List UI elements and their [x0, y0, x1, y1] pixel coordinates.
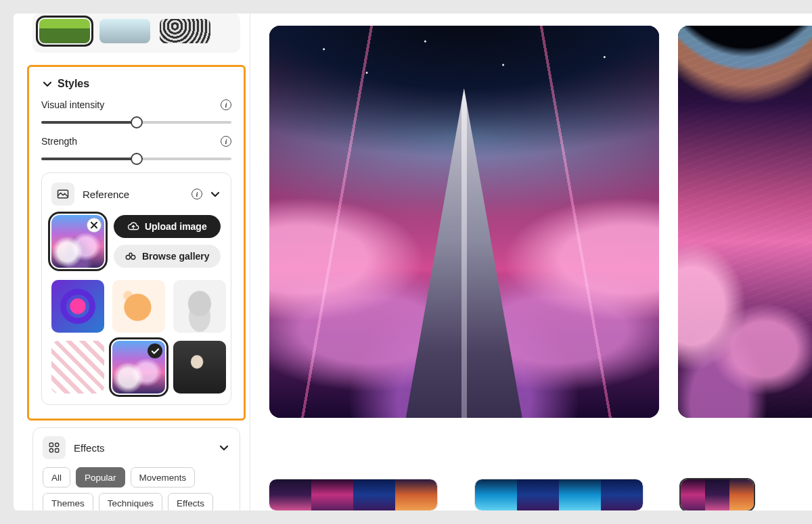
reference-icon: [51, 183, 74, 206]
sidebar: Styles Visual intensity i: [14, 14, 250, 510]
strength-slider[interactable]: [41, 158, 231, 160]
browse-gallery-button[interactable]: Browse gallery: [114, 245, 221, 268]
visual-intensity-thumb[interactable]: [131, 116, 143, 128]
effects-icon: [43, 436, 66, 459]
styles-header[interactable]: Styles: [41, 78, 231, 90]
remove-reference-button[interactable]: [87, 218, 102, 233]
variant-strip: [269, 470, 812, 510]
chevron-down-icon[interactable]: [218, 442, 230, 454]
svg-rect-4: [55, 449, 59, 452]
results-area: [250, 14, 812, 510]
effects-header[interactable]: Effects: [43, 436, 230, 459]
reference-thumb[interactable]: [173, 280, 226, 333]
styles-title: Styles: [58, 78, 89, 90]
visual-intensity-label: Visual intensity: [41, 99, 104, 110]
chevron-down-icon[interactable]: [209, 188, 221, 200]
effects-chip-all[interactable]: All: [43, 467, 70, 487]
strength-label: Strength: [41, 136, 77, 147]
effects-chip-popular[interactable]: Popular: [76, 467, 125, 487]
visual-intensity-fill: [41, 121, 137, 124]
binoculars-icon: [125, 250, 137, 262]
chevron-down-icon: [41, 78, 53, 90]
strength-block: Strength i: [41, 136, 231, 160]
effects-chip-themes[interactable]: Themes: [43, 493, 93, 510]
info-icon[interactable]: i: [221, 136, 231, 147]
svg-point-1: [126, 256, 130, 260]
reference-thumb[interactable]: [112, 280, 165, 333]
browse-gallery-label: Browse gallery: [142, 251, 210, 262]
info-icon[interactable]: i: [191, 189, 202, 199]
upload-image-button[interactable]: Upload image: [114, 215, 221, 238]
effects-chip-row: All Popular Movements Themes Techniques …: [43, 467, 230, 510]
visual-intensity-block: Visual intensity i: [41, 99, 231, 124]
reference-gallery-grid: [51, 280, 221, 394]
aspect-presets-card: [32, 14, 240, 53]
variant-set-1[interactable]: [269, 479, 437, 510]
effects-chip-movements[interactable]: Movements: [131, 467, 196, 487]
reference-thumb[interactable]: [51, 280, 104, 333]
preset-thumb-1[interactable]: [39, 19, 90, 43]
result-image-2[interactable]: [678, 26, 812, 418]
svg-rect-3: [49, 443, 53, 446]
preset-thumb-3[interactable]: [160, 19, 210, 43]
variant-set-2[interactable]: [475, 479, 643, 510]
effects-chip-techniques[interactable]: Techniques: [99, 493, 162, 510]
reference-selected-preview[interactable]: [51, 215, 104, 268]
strength-thumb[interactable]: [131, 153, 143, 165]
reference-title: Reference: [83, 189, 183, 200]
reference-thumb[interactable]: [173, 341, 226, 394]
svg-point-5: [55, 443, 59, 446]
reference-thumb[interactable]: [51, 341, 104, 394]
svg-point-6: [49, 449, 53, 452]
reference-thumb-selected[interactable]: [112, 341, 165, 394]
effects-panel: Effects All Popular Movements Themes Tec…: [32, 427, 240, 510]
svg-point-2: [131, 256, 135, 260]
check-icon: [148, 343, 162, 358]
upload-image-label: Upload image: [145, 221, 207, 232]
upload-icon: [127, 220, 139, 233]
variant-set-3[interactable]: [681, 479, 754, 510]
strength-fill: [41, 158, 137, 160]
preset-thumb-2[interactable]: [99, 19, 150, 43]
info-icon[interactable]: i: [221, 99, 231, 110]
styles-panel: Styles Visual intensity i: [27, 65, 246, 421]
visual-intensity-slider[interactable]: [41, 121, 231, 124]
result-image-1[interactable]: [269, 26, 659, 418]
effects-chip-effects[interactable]: Effects: [168, 493, 213, 510]
reference-card: Reference i: [41, 172, 231, 405]
effects-title: Effects: [74, 442, 210, 454]
